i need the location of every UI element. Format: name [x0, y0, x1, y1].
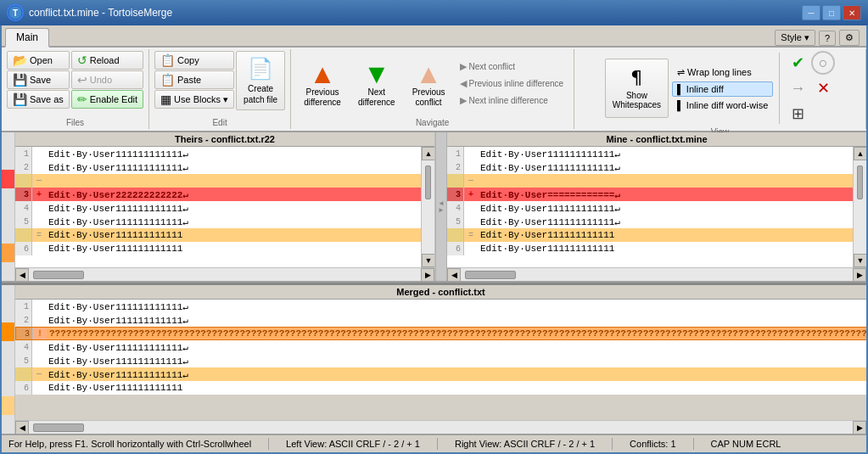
grid-button[interactable]: ⊞ [786, 102, 809, 126]
status-sep-4 [693, 438, 694, 450]
wrap-lines-button[interactable]: ⇌ Wrap long lines [672, 64, 773, 81]
previous-difference-button[interactable]: ▲ Previousdifference [296, 56, 349, 112]
scroll-down-arrow[interactable]: ▼ [422, 254, 434, 267]
save-button[interactable]: 💾Save [7, 70, 70, 89]
maximize-button[interactable]: □ [822, 5, 841, 20]
use-blocks-button[interactable]: ▦Use Blocks ▾ [154, 90, 234, 109]
prev-inline-button[interactable]: ◀ Previous inline difference [455, 76, 569, 92]
files-label: Files [66, 116, 84, 127]
ribbon-group-navigate: ▲ Previousdifference ▼ Nextdifference ▲ … [291, 49, 574, 129]
hscroll-track [29, 270, 421, 280]
next-inline-icon: ▶ [460, 95, 467, 106]
mine-pane: Mine - conflict.txt.mine 1Edit·By·User11… [447, 132, 866, 281]
save-icon: 💾 [13, 73, 27, 87]
merged-hscroll[interactable]: ◀ ▶ [15, 420, 866, 434]
ribbon-group-view: ¶ ShowWhitespaces ⇌ Wrap long lines ▌ In… [574, 49, 866, 129]
inline-diff-button[interactable]: ▌ Inline diff [672, 81, 773, 97]
table-row: 5Edit·By·User111111111111↵ [15, 354, 866, 367]
table-row: 5Edit·By·User111111111111↵ [15, 215, 421, 228]
table-row: =Edit·By·User111111111111 [447, 228, 853, 242]
navigate-items: ▲ Previousdifference ▼ Nextdifference ▲ … [296, 51, 568, 116]
scroll-down-arrow[interactable]: ▼ [854, 254, 866, 267]
scroll-up-arrow[interactable]: ▲ [422, 147, 434, 160]
scroll-left-arrow[interactable]: ◀ [15, 268, 29, 282]
edit-right: 📄 Createpatch file [236, 51, 285, 110]
reject-button[interactable]: ✕ [811, 76, 835, 100]
hscroll-thumb[interactable] [33, 271, 84, 279]
title-bar: T conflict.txt.mine - TortoiseMerge ─ □ … [0, 0, 868, 25]
main-window: Main Style ▾ ? ⚙ 📂Open 💾Save 💾Save as ↺R… [0, 25, 868, 454]
scroll-right-arrow[interactable]: ▶ [853, 421, 866, 434]
gutter-normal-2 [2, 188, 14, 244]
next-conflict-button[interactable]: ▶ Next conflict [455, 59, 569, 75]
previous-conflict-button[interactable]: ▲ Previousconflict [405, 56, 453, 112]
table-row: 1Edit·By·User111111111111↵ [15, 147, 421, 160]
close-button[interactable]: ✕ [843, 5, 861, 20]
next-conflict-icon: ▶ [460, 61, 467, 72]
hscroll-thumb[interactable] [33, 423, 84, 432]
table-row: 6Edit·By·User111111111111 [15, 242, 421, 255]
whitespace-label: ShowWhitespaces [613, 91, 661, 109]
merged-gutter-changed [2, 396, 14, 415]
copy-button[interactable]: 📋Copy [154, 51, 234, 70]
scroll-left-arrow[interactable]: ◀ [15, 421, 29, 434]
open-button[interactable]: 📂Open [7, 51, 70, 70]
undo-button[interactable]: ↩Undo [71, 70, 143, 89]
reload-button[interactable]: ↺Reload [71, 51, 143, 70]
scroll-up-arrow[interactable]: ▲ [854, 147, 866, 160]
theirs-content[interactable]: 1Edit·By·User111111111111↵ 2Edit·By·User… [15, 147, 434, 267]
next-inline-label: Next inline difference [469, 96, 548, 105]
status-sep-3 [612, 438, 613, 450]
next-conflict-label: Next conflict [469, 62, 515, 71]
merged-header: Merged - conflict.txt [15, 285, 866, 300]
style-button[interactable]: Style ▾ [775, 30, 815, 46]
reload-icon: ↺ [77, 53, 87, 67]
scroll-thumb[interactable] [857, 165, 863, 199]
view-divider [779, 53, 780, 124]
arrow-right-button[interactable]: → [786, 76, 809, 100]
mine-vscroll[interactable]: ▲ ▼ [853, 147, 866, 267]
settings-button[interactable]: ⚙ [839, 30, 860, 46]
status-sep-1 [268, 438, 269, 450]
minimize-button[interactable]: ─ [802, 5, 820, 20]
gutter-normal-3 [2, 262, 14, 281]
hscroll-thumb[interactable] [465, 271, 516, 279]
view-checks: ⇌ Wrap long lines ▌ Inline diff ▌ Inline… [672, 64, 773, 113]
mine-content[interactable]: 1Edit·By·User111111111111↵ 2Edit·By·User… [447, 147, 866, 267]
open-icon: 📂 [13, 53, 27, 67]
scroll-right-arrow[interactable]: ▶ [853, 268, 866, 282]
scroll-thumb[interactable] [425, 165, 431, 199]
inline-word-button[interactable]: ▌ Inline diff word-wise [672, 98, 773, 113]
scroll-right-arrow[interactable]: ▶ [421, 268, 434, 282]
paste-button[interactable]: 📋Paste [154, 70, 234, 89]
merged-area: Merged - conflict.txt 1Edit·By·User11111… [2, 283, 866, 434]
save-as-button[interactable]: 💾Save as [7, 90, 70, 109]
show-whitespaces-button[interactable]: ¶ ShowWhitespaces [605, 59, 669, 118]
merged-content[interactable]: 1Edit·By·User111111111111↵ 2Edit·By·User… [15, 300, 866, 420]
table-row: 1Edit·By·User111111111111↵ [447, 147, 853, 160]
tab-extras: Style ▾ ? ⚙ [775, 30, 866, 46]
pane-splitter[interactable]: ◄► [435, 132, 447, 281]
inline-diff-icon: ▌ [677, 84, 684, 94]
next-diff-label: Nextdifference [358, 87, 395, 108]
tab-main[interactable]: Main [5, 28, 49, 48]
next-inline-button[interactable]: ▶ Next inline difference [455, 92, 569, 109]
circle-button[interactable]: ○ [811, 51, 835, 75]
next-difference-button[interactable]: ▼ Nextdifference [350, 56, 403, 112]
theirs-header: Theirs - conflict.txt.r22 [15, 132, 434, 147]
mine-hscroll[interactable]: ◀ ▶ [447, 267, 866, 281]
table-row: ─ [15, 174, 421, 188]
scroll-left-arrow[interactable]: ◀ [447, 268, 461, 282]
theirs-hscroll[interactable]: ◀ ▶ [15, 267, 434, 281]
accept-button[interactable]: ✔ [786, 51, 809, 75]
app-icon: T [7, 4, 24, 21]
prev-inline-icon: ◀ [460, 78, 467, 89]
merged-lines: 1Edit·By·User111111111111↵ 2Edit·By·User… [15, 300, 866, 420]
help-button[interactable]: ? [819, 31, 836, 46]
enable-edit-button[interactable]: ✏Enable Edit [71, 90, 143, 109]
window-title: conflict.txt.mine - TortoiseMerge [29, 7, 172, 19]
theirs-vscroll[interactable]: ▲ ▼ [421, 147, 434, 267]
svg-text:T: T [13, 8, 18, 18]
table-row: 1Edit·By·User111111111111↵ [15, 300, 866, 313]
create-patch-button[interactable]: 📄 Createpatch file [236, 51, 285, 110]
